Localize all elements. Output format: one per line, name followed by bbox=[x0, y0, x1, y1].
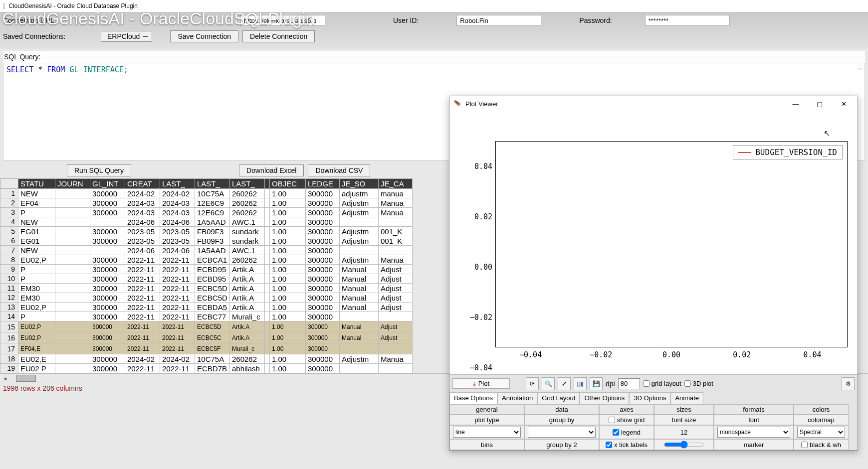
table-row[interactable]: 5EG013000002023-052023-05FB09F3sundark1.… bbox=[0, 227, 413, 236]
minimize-button[interactable]: — bbox=[786, 97, 806, 111]
delete-connection-button[interactable]: Delete Connection bbox=[242, 30, 315, 42]
plot-toolbar: ⫰ Plot ⟳ 🔍 ⤢ ▯▮ 💾 dpi grid layout 3D plo… bbox=[449, 374, 858, 392]
table-row[interactable]: 19EU02 P3000002022-112022-11ECBD7Babhila… bbox=[0, 364, 413, 373]
options-group-header: axes bbox=[599, 404, 654, 415]
column-header[interactable]: LAST_ bbox=[160, 179, 195, 189]
column-header[interactable] bbox=[265, 179, 270, 189]
column-header[interactable]: JE_CA bbox=[379, 179, 413, 189]
x-tick-label: 0.00 bbox=[662, 350, 680, 359]
refresh-icon[interactable]: ⟳ bbox=[526, 377, 539, 390]
table-row[interactable]: 18EU02,E3000002024-022024-0210C75A260262… bbox=[0, 354, 413, 364]
app-titlebar: 𓆟 CloudGenesisAI - Oracle Cloud Database… bbox=[0, 0, 868, 12]
saved-connections-dropdown[interactable]: ERPCloud bbox=[101, 31, 152, 42]
column-header[interactable]: JE_SO bbox=[340, 179, 379, 189]
options-grid: generaldataaxessizesformatscolorsplot ty… bbox=[449, 404, 858, 450]
app-icon: 𓆟 bbox=[3, 2, 5, 10]
options-tabs: Base OptionsAnnotationGrid LayoutOther O… bbox=[449, 392, 858, 404]
run-sql-button[interactable]: Run SQL Query bbox=[67, 164, 131, 176]
saved-connections-label: Saved Connections: bbox=[3, 32, 78, 40]
scroll-left-icon[interactable]: ◄ bbox=[1, 374, 9, 382]
column-header[interactable]: JOURN bbox=[55, 179, 90, 189]
column-header[interactable]: GL_INT bbox=[90, 179, 125, 189]
font-select[interactable]: monospace bbox=[717, 427, 790, 438]
options-group-header: general bbox=[449, 404, 524, 415]
app-title: CloudGenesisAI - Oracle Cloud Database P… bbox=[8, 2, 138, 9]
3d-plot-checkbox[interactable]: 3D plot bbox=[684, 380, 713, 387]
scroll-up-icon[interactable]: ︿ bbox=[857, 64, 863, 72]
table-row[interactable]: 13EU02,P3000002022-112022-11ECBDA5Artik.… bbox=[0, 303, 413, 312]
table-row[interactable]: 4NEW2024-062024-061A5AADAWC.11.00300000 bbox=[0, 217, 413, 227]
table-row[interactable]: 7NEW2024-062024-061A5AADAWC.11.00300000 bbox=[0, 246, 413, 255]
options-tab[interactable]: 3D Options bbox=[629, 392, 670, 404]
options-tab[interactable]: Animate bbox=[670, 392, 703, 404]
column-header[interactable] bbox=[0, 179, 18, 189]
table-row[interactable]: 12EM303000002022-112022-11ECBC5DArtik.A1… bbox=[0, 293, 413, 303]
table-row[interactable]: 11EM303000002022-112022-11ECBC5DArtik.A1… bbox=[0, 284, 413, 293]
options-label: bins bbox=[449, 439, 524, 450]
table-row[interactable]: 1NEW3000002024-022024-0210C75A2602621.00… bbox=[0, 189, 413, 198]
size-slider[interactable] bbox=[664, 441, 704, 449]
chart-axes bbox=[495, 141, 848, 347]
y-tick-label: 0.04 bbox=[457, 162, 492, 171]
table-row[interactable]: 3P3000002024-032024-0312E6C92602621.0030… bbox=[0, 208, 413, 217]
table-row[interactable]: 17EF04,E3000002022-112022-11ECBC5FMurali… bbox=[0, 343, 413, 354]
group-by-select[interactable] bbox=[528, 427, 596, 438]
legend-swatch bbox=[738, 152, 751, 153]
table-row[interactable]: 14P3000002022-112022-11ECBC77Murali_c1.0… bbox=[0, 312, 413, 321]
download-csv-button[interactable]: Download CSV bbox=[308, 164, 370, 176]
colormap-select[interactable]: Spectral bbox=[797, 427, 845, 438]
table-row[interactable]: 9P3000002022-112022-11ECBD95Artik.A1.003… bbox=[0, 265, 413, 274]
y-tick-label: −0.04 bbox=[457, 363, 492, 372]
options-tab[interactable]: Base Options bbox=[449, 392, 497, 404]
x-tick-labels-checkbox[interactable]: x tick labels bbox=[606, 441, 648, 449]
zoom-reset-icon[interactable]: ⤢ bbox=[558, 377, 571, 390]
column-header[interactable]: LAST_ bbox=[230, 179, 265, 189]
options-tab[interactable]: Annotation bbox=[497, 392, 537, 404]
gear-icon[interactable]: ⚙ bbox=[842, 377, 855, 390]
save-icon[interactable]: 💾 bbox=[590, 377, 603, 390]
table-row[interactable]: 10P3000002022-112022-11ECBD95Artik.A1.00… bbox=[0, 274, 413, 284]
legend-label: BUDGET_VERSION_ID bbox=[755, 148, 837, 157]
password-input[interactable] bbox=[645, 15, 730, 26]
download-excel-button[interactable]: Download Excel bbox=[239, 164, 304, 176]
legend-checkbox[interactable]: legend bbox=[613, 429, 641, 436]
maximize-button[interactable]: ▢ bbox=[810, 97, 830, 111]
dpi-input[interactable] bbox=[618, 378, 640, 389]
column-header[interactable]: CREAT bbox=[125, 179, 160, 189]
options-tab[interactable]: Other Options bbox=[580, 392, 629, 404]
save-connection-button[interactable]: Save Connection bbox=[170, 30, 238, 42]
options-label: font size bbox=[654, 415, 714, 425]
table-row[interactable]: 15EU02,P3000002022-112022-11ECBC5DArtik.… bbox=[0, 321, 413, 332]
sql-query-label: SQL Query: bbox=[3, 51, 865, 63]
table-row[interactable]: 6EG013000002023-052023-05FB09F3sundark1.… bbox=[0, 236, 413, 246]
options-tab[interactable]: Grid Layout bbox=[537, 392, 580, 404]
black-white-checkbox[interactable]: black & wh bbox=[801, 441, 841, 449]
table-row[interactable]: 8EU02,P3000002022-112022-11ECBCA12602621… bbox=[0, 255, 413, 265]
scrollbar-thumb[interactable] bbox=[16, 375, 36, 382]
options-group-header: data bbox=[524, 404, 599, 415]
plot-viewer-titlebar[interactable]: 🪶 Plot Viewer — ▢ ✕ bbox=[449, 96, 858, 111]
plot-canvas: BUDGET_VERSION_ID −0.04−0.020.000.020.04… bbox=[449, 111, 858, 374]
column-header[interactable]: LEDGE bbox=[306, 179, 340, 189]
bar-chart-icon[interactable]: ▯▮ bbox=[574, 377, 587, 390]
plot-viewer-title: Plot Viewer bbox=[465, 100, 498, 108]
column-header[interactable]: OBJEC bbox=[270, 179, 306, 189]
options-group-header: colors bbox=[794, 404, 849, 415]
zoom-icon[interactable]: 🔍 bbox=[542, 377, 555, 390]
y-tick-label: 0.00 bbox=[457, 263, 492, 272]
close-button[interactable]: ✕ bbox=[834, 97, 854, 111]
options-label: colormap bbox=[794, 415, 849, 425]
userid-input[interactable] bbox=[456, 15, 541, 26]
connection-url-input[interactable] bbox=[240, 15, 325, 26]
url-label: Connection URL: bbox=[3, 16, 68, 24]
plot-type-select[interactable]: line bbox=[453, 427, 521, 438]
table-row[interactable]: 2EF043000002024-032024-0312E6C92602621.0… bbox=[0, 198, 413, 208]
font-size-value: 12 bbox=[680, 429, 687, 436]
results-table[interactable]: STATUJOURNGL_INTCREATLAST_LAST_LAST_OBJE… bbox=[0, 178, 413, 373]
grid-layout-checkbox[interactable]: grid layout bbox=[643, 380, 681, 387]
plot-button[interactable]: ⫰ Plot bbox=[452, 378, 510, 389]
column-header[interactable]: STATU bbox=[18, 179, 55, 189]
column-header[interactable]: LAST_ bbox=[195, 179, 230, 189]
show-grid-checkbox[interactable]: show grid bbox=[599, 415, 654, 425]
table-row[interactable]: 16EU02,P3000002022-112022-11ECBC5CArtik.… bbox=[0, 332, 413, 343]
